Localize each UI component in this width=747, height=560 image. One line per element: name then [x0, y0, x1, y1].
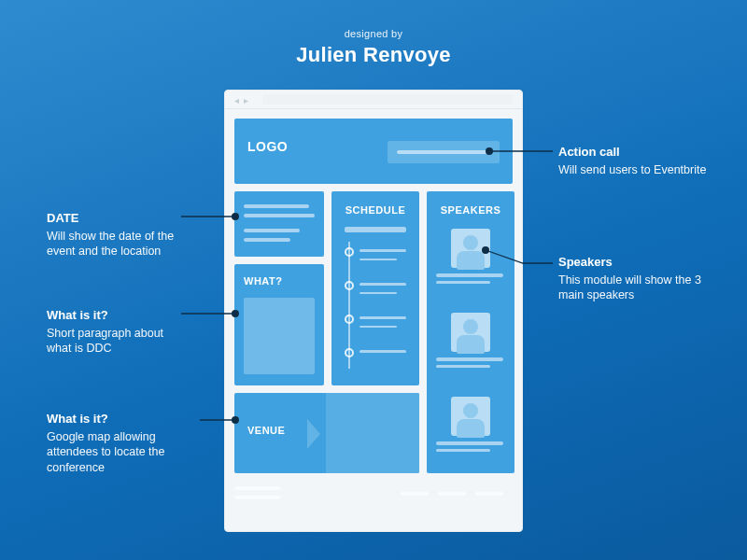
speaker-card [436, 397, 505, 464]
browser-frame: ◂ ▸ LOGO WHAT? SCHEDULE [224, 90, 523, 532]
panel-speakers: SPEAKERS [427, 191, 514, 473]
credit-name: Julien Renvoye [0, 43, 747, 67]
anno-title: DATE [47, 210, 177, 227]
anno-body: This module will show the 3 main speaker… [558, 273, 717, 304]
anno-date: DATE Will show the date of the event and… [47, 210, 177, 259]
what-text-block [244, 298, 315, 374]
anno-title: Speakers [558, 254, 717, 271]
speaker-card [436, 313, 505, 380]
footer-line [234, 486, 281, 490]
panel-what: WHAT? [234, 264, 324, 385]
chevron-right-icon [307, 419, 320, 449]
anno-cta: Action call Will send users to Eventbrit… [558, 144, 717, 177]
credit: designed by Julien Renvoye [0, 28, 747, 67]
logo-label: LOGO [247, 139, 288, 154]
footer-line [475, 492, 503, 496]
browser-chrome: ◂ ▸ [225, 91, 522, 109]
anno-what: What is it? Short paragraph about what i… [47, 307, 177, 357]
footer-line [438, 492, 466, 496]
venue-map-placeholder [326, 393, 419, 473]
panel-venue: VENUE [234, 393, 419, 473]
schedule-label: SCHEDULE [331, 204, 419, 216]
cta-button[interactable] [388, 141, 500, 163]
anno-body: Will send users to Eventbrite [558, 162, 717, 178]
url-bar [262, 94, 513, 105]
what-label: WHAT? [244, 275, 282, 287]
anno-title: What is it? [47, 307, 177, 324]
nav-arrows-icon: ◂ ▸ [234, 95, 249, 105]
page-canvas: LOGO WHAT? SCHEDULE [234, 119, 513, 522]
speaker-card [436, 229, 505, 296]
anno-body: Google map allowing attendees to locate … [47, 429, 196, 477]
panel-header: LOGO [234, 119, 513, 184]
anno-speakers: Speakers This module will show the 3 mai… [558, 254, 717, 303]
credit-by: designed by [0, 28, 747, 39]
anno-title: Action call [558, 144, 717, 161]
anno-venue: What is it? Google map allowing attendee… [47, 411, 196, 476]
avatar-icon [451, 397, 490, 436]
avatar-icon [451, 229, 490, 268]
anno-title: What is it? [47, 411, 196, 427]
footer-line [234, 496, 281, 499]
venue-label: VENUE [247, 425, 285, 436]
panel-date [234, 191, 324, 257]
anno-body: Will show the date of the event and the … [47, 229, 177, 260]
anno-body: Short paragraph about what is DDC [47, 326, 177, 357]
speakers-label: SPEAKERS [427, 204, 514, 216]
cta-placeholder-line [397, 150, 490, 154]
footer-line [401, 492, 429, 496]
avatar-icon [451, 313, 490, 352]
panel-schedule: SCHEDULE [331, 191, 419, 385]
